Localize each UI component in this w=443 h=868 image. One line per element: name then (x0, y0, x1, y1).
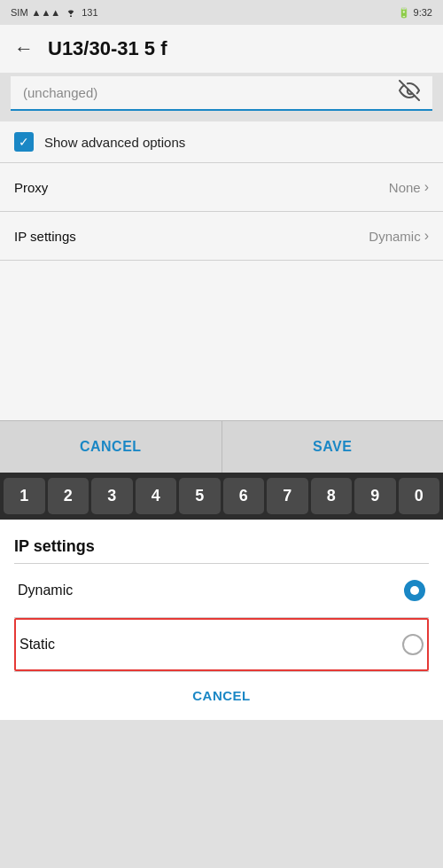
password-input[interactable] (23, 76, 399, 109)
ip-settings-label: IP settings (14, 229, 76, 244)
battery-icon: 🔋 (398, 7, 410, 19)
key-2[interactable]: 2 (48, 478, 89, 514)
dynamic-option[interactable]: Dynamic (14, 564, 429, 617)
static-option[interactable]: Static (14, 618, 429, 671)
ip-settings-chevron-icon: › (424, 228, 429, 244)
ip-settings-row[interactable]: IP settings Dynamic › (0, 212, 443, 260)
proxy-value: None (389, 180, 421, 195)
battery-label: 131 (82, 7, 97, 18)
key-6[interactable]: 6 (223, 478, 265, 514)
static-radio-unselected[interactable] (402, 634, 424, 655)
bottom-sheet: IP settings Dynamic Static CANCEL (0, 520, 443, 720)
eye-off-icon[interactable] (399, 80, 420, 106)
bottom-cancel-row: CANCEL (14, 672, 429, 720)
carrier-text: SIM (11, 7, 28, 18)
key-4[interactable]: 4 (136, 478, 177, 514)
dynamic-radio-selected[interactable] (404, 580, 425, 601)
advanced-options-checkbox[interactable]: ✓ (14, 132, 34, 152)
status-bar: SIM ▲▲▲ 131 🔋 9:32 (0, 0, 443, 25)
svg-point-0 (70, 15, 72, 17)
key-7[interactable]: 7 (267, 478, 308, 514)
save-button[interactable]: SAVE (222, 421, 444, 473)
back-button[interactable]: ← (14, 37, 34, 60)
action-buttons-row: CANCEL SAVE (0, 420, 443, 473)
advanced-options-row[interactable]: ✓ Show advanced options (0, 121, 443, 162)
wifi-icon (64, 6, 78, 19)
page-title: U13/30-31 5 f (48, 37, 167, 60)
proxy-row[interactable]: Proxy None › (0, 163, 443, 211)
key-5[interactable]: 5 (179, 478, 221, 514)
key-0[interactable]: 0 (399, 478, 440, 514)
password-field-row (11, 76, 432, 111)
status-right: 🔋 9:32 (398, 7, 432, 19)
key-9[interactable]: 9 (354, 478, 396, 514)
bottom-cancel-button[interactable]: CANCEL (192, 688, 251, 703)
status-left: SIM ▲▲▲ 131 (11, 6, 98, 19)
proxy-label: Proxy (14, 180, 48, 195)
static-label: Static (19, 637, 55, 653)
time-display: 9:32 (414, 7, 432, 18)
key-1[interactable]: 1 (4, 478, 45, 514)
ip-settings-value-group: Dynamic › (369, 228, 429, 244)
advanced-options-label: Show advanced options (44, 135, 185, 150)
dynamic-label: Dynamic (18, 583, 73, 598)
proxy-value-group: None › (389, 179, 429, 195)
signal-icon: ▲▲▲ (32, 7, 61, 18)
numeric-keyboard: 1 2 3 4 5 6 7 8 9 0 (0, 473, 443, 520)
cancel-button[interactable]: CANCEL (0, 421, 222, 473)
key-8[interactable]: 8 (311, 478, 353, 514)
dialog-header: ← U13/30-31 5 f (0, 25, 443, 73)
proxy-chevron-icon: › (424, 179, 429, 195)
content-spacer (0, 261, 443, 420)
checkmark-icon: ✓ (19, 135, 29, 149)
bottom-sheet-title: IP settings (14, 537, 429, 556)
ip-settings-value: Dynamic (369, 229, 420, 244)
key-3[interactable]: 3 (91, 478, 133, 514)
